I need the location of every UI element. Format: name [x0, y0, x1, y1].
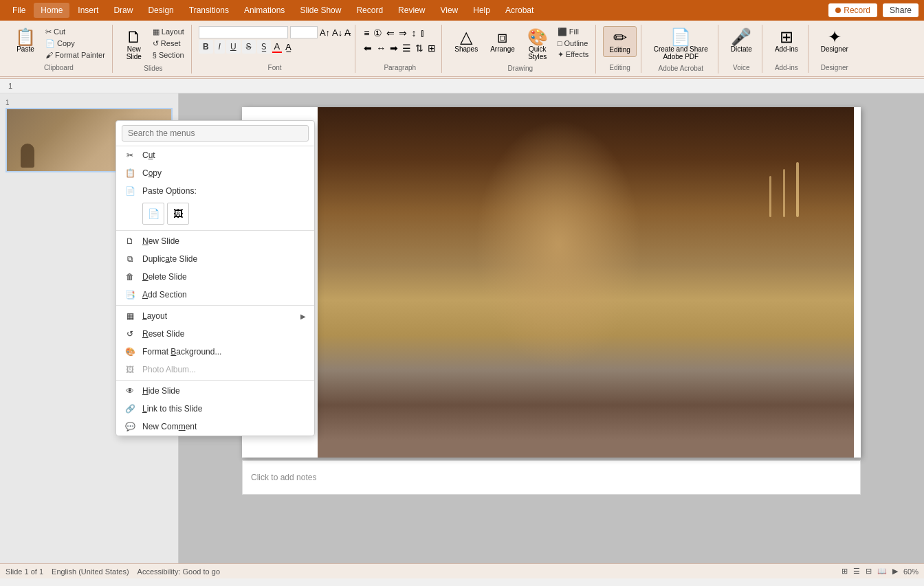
- view-normal-button[interactable]: ⊞: [842, 567, 848, 576]
- paste-button[interactable]: 📋 Paste: [10, 26, 41, 56]
- menu-design[interactable]: Design: [141, 3, 180, 18]
- designer-button[interactable]: ✦ Designer: [815, 26, 854, 56]
- italic-button[interactable]: I: [214, 40, 225, 54]
- font-size-input[interactable]: 24: [290, 26, 318, 38]
- section-button[interactable]: § Section: [150, 49, 187, 60]
- context-menu-item-reset-slide[interactable]: ↺ Reset Slide: [116, 325, 314, 343]
- justify-button[interactable]: ☰: [401, 41, 412, 55]
- context-menu-item-delete-slide[interactable]: 🗑 Delete Slide: [116, 268, 314, 286]
- underline-button[interactable]: U: [226, 40, 241, 54]
- layout-arrow-icon: ▶: [300, 313, 306, 320]
- highlight-button[interactable]: A̲: [283, 42, 294, 52]
- menu-record[interactable]: Record: [349, 3, 390, 18]
- layout-icon: ▦: [124, 311, 135, 322]
- menu-slideshow[interactable]: Slide Show: [293, 3, 348, 18]
- editing-button[interactable]: ✏ Editing: [603, 26, 637, 57]
- paste-option-image[interactable]: 🖼: [167, 203, 189, 225]
- ribbon-group-paragraph: ≡ ① ⇐ ⇒ ↕ ⫿ ⬅ ↔ ➡ ☰ ⇅ ⊞ Paragraph: [358, 25, 442, 73]
- notes-area[interactable]: Click to add notes: [242, 460, 861, 495]
- context-menu-item-duplicate-slide[interactable]: ⧉ Duplicate Slide: [116, 250, 314, 268]
- menu-home[interactable]: Home: [34, 3, 69, 18]
- new-slide-button[interactable]: 🗋 NewSlide: [120, 26, 148, 63]
- menu-file[interactable]: File: [6, 3, 32, 18]
- menu-review[interactable]: Review: [391, 3, 432, 18]
- ribbon-group-drawing: △ Shapes ⧈ Arrange 🎨 QuickStyles ⬛ Fill …: [445, 25, 596, 74]
- dictate-button[interactable]: 🎤 Dictate: [725, 26, 758, 56]
- view-reading-button[interactable]: 📖: [877, 567, 887, 576]
- paste-option-keep[interactable]: 📄: [142, 203, 164, 225]
- menu-view[interactable]: View: [433, 3, 465, 18]
- convert-to-smartart-button[interactable]: ⊞: [426, 41, 437, 55]
- bold-button[interactable]: B: [199, 40, 213, 54]
- decrease-font-button[interactable]: A↓: [332, 27, 342, 38]
- candle-2: [783, 169, 785, 217]
- center-button[interactable]: ↔: [375, 41, 387, 55]
- ribbon-group-acrobat: 📄 Create and ShareAdobe PDF Adobe Acroba…: [644, 25, 718, 74]
- copy-button[interactable]: 📄 Copy: [43, 38, 108, 49]
- clear-format-button[interactable]: A̶: [344, 27, 351, 38]
- context-menu-search-input[interactable]: [122, 125, 309, 142]
- arrange-button[interactable]: ⧈ Arrange: [485, 26, 520, 56]
- menu-acrobat[interactable]: Acrobat: [498, 3, 540, 18]
- context-menu-item-hide-slide[interactable]: 👁 Hide Slide: [116, 382, 314, 400]
- shape-fill-button[interactable]: ⬛ Fill: [555, 26, 591, 38]
- slide-thumb-number: 1: [6, 99, 173, 106]
- text-direction-button[interactable]: ⇅: [414, 41, 425, 55]
- numbering-button[interactable]: ①: [372, 26, 384, 40]
- bullets-button[interactable]: ≡: [362, 26, 371, 40]
- menu-transitions[interactable]: Transitions: [182, 3, 236, 18]
- slide-canvas[interactable]: [242, 107, 861, 458]
- status-right: ⊞ ☰ ⊟ 📖 ▶ 60%: [842, 567, 918, 576]
- align-left-button[interactable]: ⬅: [362, 41, 373, 55]
- font-family-input[interactable]: [199, 26, 288, 38]
- strikethrough-button[interactable]: S: [242, 40, 256, 54]
- context-menu-item-add-section[interactable]: 📑 Add Section: [116, 286, 314, 304]
- notes-placeholder: Click to add notes: [251, 473, 316, 482]
- view-slideshow-button[interactable]: ▶: [892, 567, 898, 576]
- menu-animations[interactable]: Animations: [237, 3, 292, 18]
- share-button[interactable]: Share: [883, 3, 918, 17]
- shadow-button[interactable]: S̲: [257, 40, 271, 54]
- quick-styles-icon: 🎨: [527, 29, 548, 45]
- quick-styles-button[interactable]: 🎨 QuickStyles: [522, 26, 553, 63]
- shape-effects-button[interactable]: ✦ Effects: [555, 49, 591, 60]
- menu-insert[interactable]: Insert: [71, 3, 105, 18]
- new-slide-icon: 🗋: [126, 29, 142, 45]
- context-menu-item-copy[interactable]: 📋 Copy: [116, 164, 314, 182]
- view-outline-button[interactable]: ☰: [853, 567, 860, 576]
- context-menu-item-new-comment[interactable]: 💬 New Comment: [116, 418, 314, 436]
- cut-icon: ✂: [124, 150, 135, 161]
- menu-draw[interactable]: Draw: [107, 3, 140, 18]
- align-right-button[interactable]: ➡: [388, 41, 399, 55]
- context-menu-item-link-slide[interactable]: 🔗 Link to this Slide: [116, 400, 314, 418]
- context-menu-item-layout[interactable]: ▦ Layout ▶: [116, 307, 314, 325]
- cut-button[interactable]: ✂ Cut: [43, 26, 108, 38]
- context-menu-item-format-background[interactable]: 🎨 Format Background...: [116, 343, 314, 361]
- editing-icon: ✏: [613, 30, 627, 46]
- context-menu: ✂ Cut 📋 Copy 📄 Paste Options: 📄 🖼 🗋 New …: [116, 120, 315, 436]
- increase-font-button[interactable]: A↑: [320, 27, 330, 38]
- font-color-button[interactable]: A: [272, 41, 283, 53]
- context-menu-item-cut[interactable]: ✂ Cut: [116, 146, 314, 164]
- slide-person-background: [318, 107, 854, 458]
- context-menu-item-new-slide[interactable]: 🗋 New Slide: [116, 232, 314, 250]
- ribbon-group-designer: ✦ Designer Designer: [811, 25, 858, 73]
- addins-button[interactable]: ⊞ Add-ins: [769, 26, 804, 56]
- addins-icon: ⊞: [780, 29, 793, 45]
- create-share-pdf-button[interactable]: 📄 Create and ShareAdobe PDF: [648, 26, 714, 63]
- line-spacing-button[interactable]: ↕: [410, 26, 417, 40]
- format-painter-button[interactable]: 🖌 Format Painter: [43, 49, 108, 60]
- reset-button[interactable]: ↺ Reset: [150, 38, 187, 49]
- status-bar: Slide 1 of 1 English (United States) Acc…: [0, 563, 924, 578]
- layout-button[interactable]: ▦ Layout: [150, 26, 187, 38]
- increase-indent-button[interactable]: ⇒: [397, 26, 408, 40]
- columns-button[interactable]: ⫿: [419, 26, 426, 40]
- shape-outline-button[interactable]: □ Outline: [555, 38, 591, 49]
- shapes-button[interactable]: △ Shapes: [449, 26, 483, 56]
- menu-help[interactable]: Help: [466, 3, 497, 18]
- shapes-icon: △: [460, 29, 472, 45]
- designer-label: Designer: [821, 64, 848, 71]
- decrease-indent-button[interactable]: ⇐: [385, 26, 396, 40]
- view-sorter-button[interactable]: ⊟: [866, 567, 872, 576]
- record-button[interactable]: Record: [828, 3, 877, 17]
